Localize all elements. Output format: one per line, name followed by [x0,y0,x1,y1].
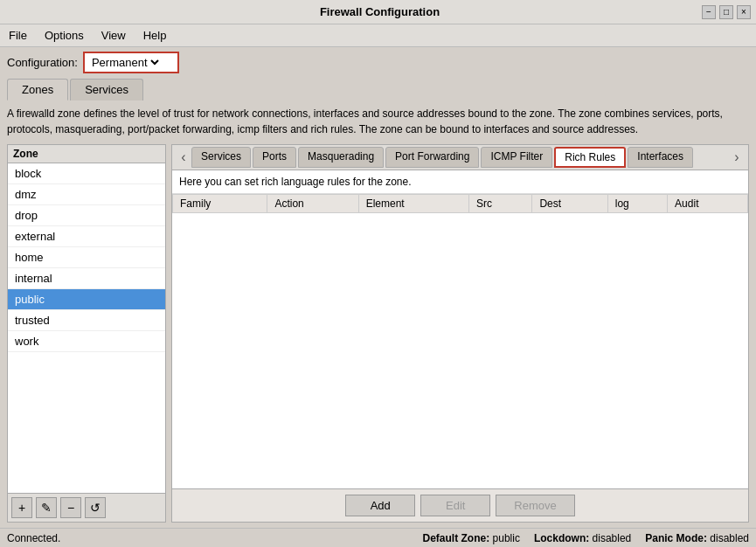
sub-tab-icmp-filter[interactable]: ICMP Filter [481,147,552,168]
panic-mode-label: Panic Mode: [645,532,707,544]
connection-status: Connected. [7,532,60,544]
config-dropdown[interactable]: Permanent Runtime [83,52,179,73]
menu-bar: File Options View Help [0,24,756,47]
right-panel: ‹ Services Ports Masquerading Port Forwa… [171,144,749,523]
zone-item-internal[interactable]: internal [8,268,165,289]
zone-item-drop[interactable]: drop [8,205,165,226]
main-layout: Zone block dmz drop external home intern… [7,144,749,523]
lockdown-value: disabled [593,532,632,544]
tab-services[interactable]: Services [70,79,143,100]
sub-tab-port-forwarding[interactable]: Port Forwarding [385,147,479,168]
col-family: Family [173,195,267,213]
sub-tab-services[interactable]: Services [191,147,251,168]
col-action: Action [267,195,358,213]
sub-tabs-bar: ‹ Services Ports Masquerading Port Forwa… [172,145,748,170]
zone-description: A firewalld zone defines the level of tr… [7,106,749,137]
add-rule-button[interactable]: Add [345,495,415,516]
col-element: Element [358,195,468,213]
app-window: Firewall Configuration − □ × File Option… [0,0,756,547]
sub-tabs: Services Ports Masquerading Port Forward… [191,147,729,168]
default-zone-value: public [493,532,520,544]
zone-item-work[interactable]: work [8,331,165,352]
menu-help[interactable]: Help [138,27,172,44]
reload-zone-button[interactable]: ↺ [85,497,106,518]
status-bar: Connected. Default Zone: public Lockdown… [0,528,756,547]
minimize-button[interactable]: − [702,5,716,19]
rich-rules-description: Here you can set rich language rules for… [172,170,748,194]
config-select-input[interactable]: Permanent Runtime [88,55,162,70]
window-controls: − □ × [702,5,751,19]
tab-zones[interactable]: Zones [7,79,68,100]
status-right: Default Zone: public Lockdown: disabled … [423,532,749,544]
close-button[interactable]: × [737,5,751,19]
menu-view[interactable]: View [96,27,131,44]
sub-tab-next[interactable]: › [729,149,745,166]
zone-item-home[interactable]: home [8,247,165,268]
zone-item-block[interactable]: block [8,163,165,184]
zone-list: block dmz drop external home internal pu… [8,163,165,493]
title-bar: Firewall Configuration − □ × [0,0,756,24]
menu-options[interactable]: Options [39,27,89,44]
window-title: Firewall Configuration [58,5,702,18]
sub-tab-prev[interactable]: ‹ [176,149,191,166]
sub-tab-interfaces[interactable]: Interfaces [628,147,693,168]
rules-table: Family Action Element Src Dest log Audit [172,194,748,488]
zone-item-dmz[interactable]: dmz [8,184,165,205]
default-zone-info: Default Zone: public [423,532,520,544]
lockdown-info: Lockdown: disabled [534,532,631,544]
rich-rules-table: Family Action Element Src Dest log Audit [172,194,748,213]
content-area: A firewalld zone defines the level of tr… [0,100,756,528]
bottom-buttons: Add Edit Remove [172,488,748,522]
sub-tab-masquerading[interactable]: Masquerading [298,147,384,168]
zone-item-external[interactable]: external [8,226,165,247]
edit-zone-button[interactable]: ✎ [36,497,57,518]
col-log: log [607,195,667,213]
remove-zone-button[interactable]: − [60,497,81,518]
zone-item-public[interactable]: public [8,289,165,310]
lockdown-label: Lockdown: [534,532,589,544]
menu-file[interactable]: File [3,27,32,44]
add-zone-button[interactable]: + [11,497,32,518]
sub-tab-rich-rules[interactable]: Rich Rules [554,147,626,168]
col-audit: Audit [668,195,748,213]
zone-item-trusted[interactable]: trusted [8,310,165,331]
default-zone-label: Default Zone: [423,532,490,544]
edit-rule-button[interactable]: Edit [420,495,490,516]
sub-tab-ports[interactable]: Ports [253,147,296,168]
remove-rule-button[interactable]: Remove [496,495,574,516]
config-label: Configuration: [7,56,78,69]
zone-toolbar: + ✎ − ↺ [8,493,165,522]
panic-mode-info: Panic Mode: disabled [645,532,749,544]
zone-panel: Zone block dmz drop external home intern… [7,144,166,523]
zone-header: Zone [8,145,165,163]
panic-mode-value: disabled [710,532,749,544]
col-dest: Dest [532,195,607,213]
main-tabs: Zones Services [0,77,756,100]
col-src: Src [469,195,532,213]
maximize-button[interactable]: □ [719,5,733,19]
config-bar: Configuration: Permanent Runtime [0,47,756,77]
